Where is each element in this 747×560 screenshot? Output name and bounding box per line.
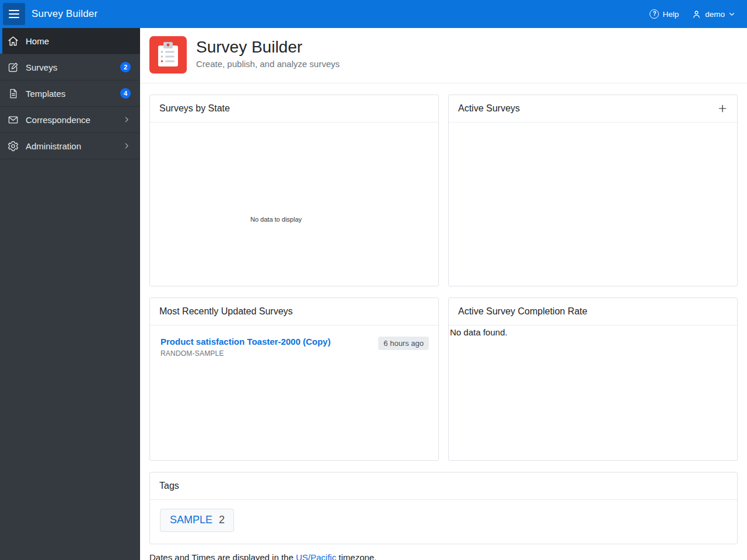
completion-rate-body: No data found. bbox=[449, 326, 737, 460]
topbar: Survey Builder ? Help demo bbox=[0, 0, 747, 28]
add-survey-button[interactable] bbox=[717, 103, 728, 114]
completion-rate-card: Active Survey Completion Rate No data fo… bbox=[448, 298, 738, 461]
user-label: demo bbox=[705, 10, 725, 19]
tag-chip-sample[interactable]: SAMPLE 2 bbox=[160, 509, 234, 532]
gear-icon bbox=[7, 140, 19, 152]
templates-count-badge: 4 bbox=[120, 88, 131, 99]
active-surveys-list bbox=[449, 123, 737, 286]
page-title: Survey Builder bbox=[196, 37, 340, 57]
sidebar-item-surveys[interactable]: Surveys 2 bbox=[0, 54, 140, 80]
sidebar-item-label: Home bbox=[26, 36, 49, 46]
active-surveys-card: Active Surveys bbox=[448, 94, 738, 286]
sidebar-item-label: Administration bbox=[26, 141, 81, 151]
updated-time-badge: 6 hours ago bbox=[378, 337, 429, 350]
tag-label: SAMPLE bbox=[170, 514, 212, 526]
surveys-by-state-card: Surveys by State No data to display bbox=[149, 94, 439, 286]
plus-icon bbox=[717, 103, 728, 114]
menu-toggle-button[interactable] bbox=[3, 3, 25, 25]
chevron-right-icon bbox=[123, 142, 131, 150]
clipboard-icon bbox=[149, 36, 187, 74]
surveys-by-state-chart: No data to display bbox=[150, 123, 438, 286]
empty-chart-message: No data to display bbox=[150, 216, 438, 223]
card-title: Most Recently Updated Surveys bbox=[159, 306, 293, 317]
sidebar-item-administration[interactable]: Administration bbox=[0, 133, 140, 159]
timezone-note: Dates and Times are displayed in the US/… bbox=[149, 552, 738, 560]
timezone-link[interactable]: US/Pacific bbox=[296, 552, 336, 560]
help-button[interactable]: ? Help bbox=[650, 9, 679, 19]
dashboard-grid: Surveys by State No data to display Acti… bbox=[140, 83, 747, 544]
card-title: Tags bbox=[159, 481, 179, 491]
app-title: Survey Builder bbox=[32, 8, 97, 20]
hamburger-icon bbox=[9, 10, 19, 11]
sidebar-item-label: Templates bbox=[26, 89, 65, 99]
home-icon bbox=[7, 35, 19, 47]
sidebar-item-label: Surveys bbox=[26, 62, 57, 72]
card-title: Active Survey Completion Rate bbox=[458, 306, 587, 317]
page-subtitle: Create, publish, and analyze surveys bbox=[196, 59, 340, 69]
chevron-right-icon bbox=[123, 116, 131, 124]
document-icon bbox=[7, 88, 19, 100]
surveys-count-badge: 2 bbox=[120, 62, 131, 72]
topbar-actions: ? Help demo bbox=[650, 9, 747, 19]
empty-data-message: No data found. bbox=[450, 327, 507, 337]
help-icon: ? bbox=[650, 9, 659, 19]
sidebar-item-home[interactable]: Home bbox=[0, 28, 140, 54]
sidebar-item-label: Correspondence bbox=[26, 115, 90, 125]
tag-count: 2 bbox=[219, 514, 225, 526]
tags-card: Tags SAMPLE 2 bbox=[149, 472, 738, 544]
list-item: Product satisfaction Toaster-2000 (Copy)… bbox=[150, 326, 438, 358]
user-icon bbox=[692, 9, 701, 19]
card-title: Active Surveys bbox=[458, 103, 520, 114]
sidebar-item-correspondence[interactable]: Correspondence bbox=[0, 107, 140, 133]
user-menu[interactable]: demo bbox=[692, 9, 735, 19]
survey-link[interactable]: Product satisfaction Toaster-2000 (Copy) bbox=[160, 337, 330, 347]
recent-surveys-card: Most Recently Updated Surveys Product sa… bbox=[149, 298, 439, 461]
chevron-down-icon bbox=[728, 10, 735, 18]
sidebar: Home Surveys 2 Templates 4 Correspondenc… bbox=[0, 28, 140, 560]
recent-surveys-list: Product satisfaction Toaster-2000 (Copy)… bbox=[150, 326, 438, 460]
envelope-icon bbox=[7, 114, 19, 126]
survey-tag-label: RANDOM-SAMPLE bbox=[160, 349, 330, 358]
edit-icon bbox=[7, 61, 19, 74]
tags-list: SAMPLE 2 bbox=[150, 500, 737, 544]
main-content: Survey Builder Create, publish, and anal… bbox=[140, 28, 747, 560]
page-header: Survey Builder Create, publish, and anal… bbox=[140, 28, 747, 83]
card-title: Surveys by State bbox=[159, 103, 230, 114]
sidebar-item-templates[interactable]: Templates 4 bbox=[0, 80, 140, 107]
help-label: Help bbox=[662, 10, 679, 19]
